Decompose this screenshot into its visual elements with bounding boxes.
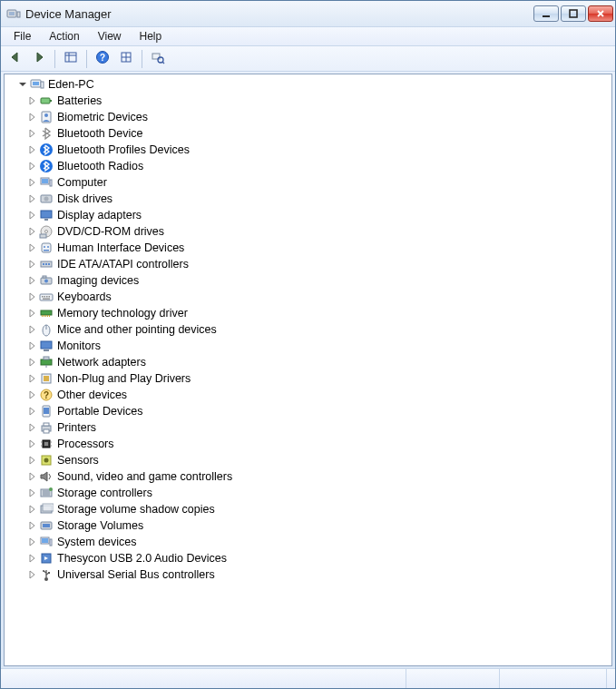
toolbar-forward-button[interactable] [28, 49, 50, 69]
disclosure-collapsed-icon[interactable] [26, 389, 37, 400]
tree-category[interactable]: Biometric Devices [23, 109, 611, 125]
tree-category[interactable]: Mice and other pointing devices [23, 321, 611, 338]
svg-rect-20 [50, 100, 52, 102]
disclosure-collapsed-icon[interactable] [26, 471, 37, 482]
close-button[interactable] [588, 5, 613, 22]
disclosure-collapsed-icon[interactable] [26, 128, 37, 139]
menu-action[interactable]: Action [40, 28, 88, 44]
disclosure-collapsed-icon[interactable] [26, 210, 37, 221]
disclosure-collapsed-icon[interactable] [26, 112, 37, 123]
toolbar-help-button[interactable]: ? [92, 49, 113, 69]
toolbar-separator [142, 50, 142, 68]
tree-category[interactable]: Storage Volumes [23, 517, 611, 534]
toolbar-properties-button[interactable] [115, 49, 137, 69]
tree-category-label: IDE ATA/ATAPI controllers [57, 258, 189, 271]
svg-rect-1 [9, 12, 15, 15]
disclosure-collapsed-icon[interactable] [26, 553, 37, 564]
tree-category[interactable]: Keyboards [23, 289, 611, 305]
tree-category[interactable]: ?Other devices [23, 387, 611, 403]
disclosure-collapsed-icon[interactable] [26, 455, 37, 466]
menu-file[interactable]: File [5, 28, 40, 44]
tree-category[interactable]: Computer [23, 174, 611, 191]
disclosure-collapsed-icon[interactable] [26, 308, 37, 319]
toolbar-back-button[interactable] [5, 49, 26, 69]
toolbar-show-hidden-button[interactable] [60, 49, 82, 69]
disclosure-collapsed-icon[interactable] [26, 95, 37, 106]
disclosure-collapsed-icon[interactable] [26, 161, 37, 172]
tree-category[interactable]: Network adapters [23, 354, 611, 370]
disclosure-collapsed-icon[interactable] [26, 536, 37, 547]
disclosure-collapsed-icon[interactable] [26, 226, 37, 237]
tree-category[interactable]: Sound, video and game controllers [23, 468, 611, 485]
svg-rect-85 [43, 504, 54, 511]
svg-rect-63 [44, 357, 49, 359]
disclosure-collapsed-icon[interactable] [26, 291, 37, 302]
disclosure-collapsed-icon[interactable] [26, 324, 37, 335]
tree-category[interactable]: Sensors [23, 452, 611, 468]
keyboard-icon [39, 290, 54, 304]
tree-category[interactable]: IDE ATA/ATAPI controllers [23, 256, 611, 272]
tree-area[interactable]: Eden-PC BatteriesBiometric DevicesBlueto… [4, 74, 612, 666]
svg-rect-40 [43, 263, 44, 265]
tree-category[interactable]: Memory technology driver [23, 305, 611, 321]
bluetooth-icon [39, 159, 54, 173]
tree-category[interactable]: Batteries [23, 93, 611, 109]
disclosure-collapsed-icon[interactable] [26, 357, 37, 368]
disclosure-collapsed-icon[interactable] [26, 340, 37, 351]
tree-category[interactable]: Portable Devices [23, 403, 611, 419]
tree-category[interactable]: Bluetooth Device [23, 125, 611, 142]
ide-icon [39, 257, 54, 271]
usb-audio-icon [39, 551, 54, 566]
disclosure-collapsed-icon[interactable] [26, 406, 37, 417]
tree-category[interactable]: Display adapters [23, 207, 611, 223]
tree-category[interactable]: Disk drives [23, 191, 611, 207]
other-icon: ? [39, 388, 54, 402]
tree-category[interactable]: Printers [23, 419, 611, 436]
tree-category-label: Storage Volumes [57, 519, 143, 532]
tree-category[interactable]: Storage controllers [23, 485, 611, 501]
tree-category[interactable]: Processors [23, 436, 611, 452]
statusbar [1, 668, 615, 688]
tree-category-label: Batteries [57, 94, 102, 107]
menu-help[interactable]: Help [131, 28, 171, 44]
tree-category-label: Bluetooth Profiles Devices [57, 143, 190, 156]
disclosure-collapsed-icon[interactable] [26, 275, 37, 286]
disclosure-collapsed-icon[interactable] [26, 242, 37, 253]
disclosure-collapsed-icon[interactable] [26, 569, 37, 580]
tree-category[interactable]: Monitors [23, 338, 611, 354]
disclosure-collapsed-icon[interactable] [26, 373, 37, 384]
disclosure-collapsed-icon[interactable] [26, 144, 37, 155]
arrow-right-icon [32, 50, 46, 67]
disclosure-collapsed-icon[interactable] [26, 259, 37, 270]
tree-category[interactable]: Human Interface Devices [23, 240, 611, 256]
tree-category-label: Memory technology driver [57, 307, 188, 320]
tree-category[interactable]: Universal Serial Bus controllers [23, 566, 611, 583]
maximize-button[interactable] [561, 5, 586, 22]
disclosure-collapsed-icon[interactable] [26, 177, 37, 188]
disclosure-expanded-icon[interactable] [17, 79, 28, 90]
menu-view[interactable]: View [89, 28, 131, 44]
disclosure-collapsed-icon[interactable] [26, 193, 37, 204]
tree-category[interactable]: DVD/CD-ROM drives [23, 223, 611, 240]
disclosure-collapsed-icon[interactable] [26, 438, 37, 449]
tree-category[interactable]: Thesycon USB 2.0 Audio Devices [23, 550, 611, 566]
processor-icon [39, 437, 54, 451]
tree-category[interactable]: System devices [23, 534, 611, 550]
minimize-button[interactable] [533, 5, 559, 22]
tree-category[interactable]: Bluetooth Radios [23, 158, 611, 174]
tree-category[interactable]: Non-Plug and Play Drivers [23, 370, 611, 387]
tree-root[interactable]: Eden-PC [5, 76, 611, 93]
disclosure-collapsed-icon[interactable] [26, 520, 37, 531]
tree-category-label: Bluetooth Radios [57, 160, 143, 172]
toolbar-scan-button[interactable] [147, 49, 169, 69]
tree-category[interactable]: Storage volume shadow copies [23, 501, 611, 517]
tree-category[interactable]: Imaging devices [23, 272, 611, 289]
tree-category[interactable]: Bluetooth Profiles Devices [23, 142, 611, 158]
svg-rect-90 [50, 539, 52, 546]
disclosure-collapsed-icon[interactable] [26, 422, 37, 433]
tree-category-label: Computer [57, 176, 107, 189]
disclosure-collapsed-icon[interactable] [26, 504, 37, 515]
disclosure-collapsed-icon[interactable] [26, 487, 37, 498]
tree-category-label: Keyboards [57, 290, 112, 303]
svg-text:?: ? [44, 390, 49, 400]
